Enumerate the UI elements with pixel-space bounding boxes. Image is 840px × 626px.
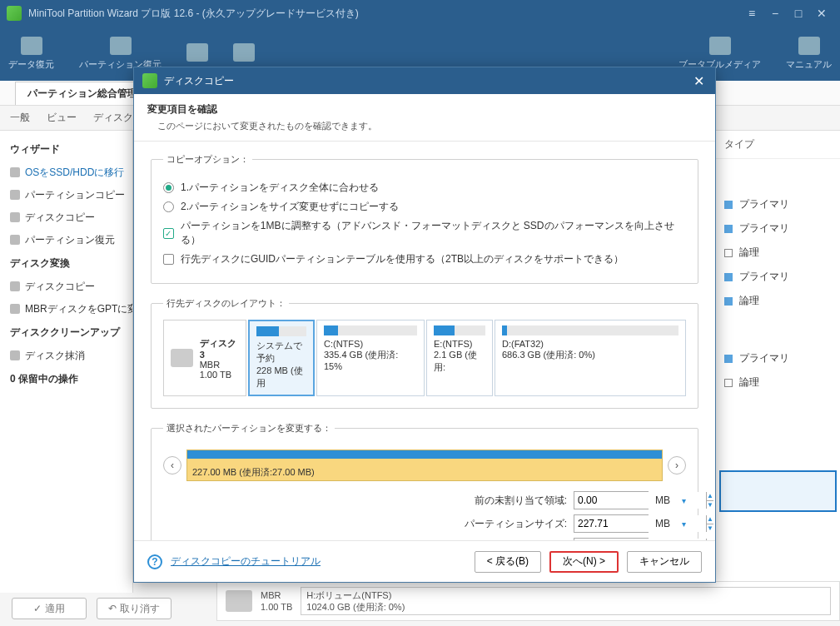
partition-size-bar[interactable]: 227.00 MB (使用済:27.00 MB) [186,450,663,481]
square-icon [724,379,733,387]
partition-recovery-icon [110,37,132,55]
undo-button[interactable]: ↶ 取り消す [97,598,171,619]
maximize-button[interactable]: □ [787,7,810,20]
option-align-1mb[interactable]: パーティションを1MBに調整する（アドバンスド・フォーマットディスクと SSDの… [163,219,686,247]
type-item: プライマリ [716,346,840,370]
used-space-bar [187,450,662,459]
spin-up-icon[interactable]: ▲ [707,539,713,540]
edit-partition-group: 選択されたパーティションを変更する： ‹ 227.00 MB (使用済:27.0… [151,422,698,540]
dialog-footer: ? ディスクコピーのチュートリアル < 戻る(B) 次へ(N) > キャンセル [134,540,715,582]
minimize-button[interactable]: − [763,7,787,20]
partition-summary[interactable]: H:ボリューム(NTFS) 1024.0 GB (使用済: 0%) [301,587,831,615]
input-unallocated-after[interactable]: ▲▼ [574,538,649,540]
dialog-heading: 変更項目を確認 [147,102,702,117]
radio-icon[interactable] [163,182,174,193]
shrink-left-button[interactable]: ‹ [163,456,181,474]
tool-bootable-media[interactable]: ブータブルメディア [678,37,761,71]
layout-partition-card[interactable]: C:(NTFS) 335.4 GB (使用済: 15% [316,320,425,396]
tool-data-recovery[interactable]: データ復元 [8,37,54,71]
disk-copy-dialog: ディスクコピー ✕ 変更項目を確認 このページにおいて変更されたものを確認できま… [133,67,716,583]
destination-layout-legend: 行先ディスクのレイアウト： [163,297,289,310]
option-copy-without-resize[interactable]: 2.パーティションをサイズ変更せずにコピーする [163,200,686,214]
next-button[interactable]: 次へ(N) > [549,551,619,573]
unit-dropdown[interactable]: ▾ [682,519,686,529]
layout-disk-card: ディスク 3 MBR 1.00 TB [163,320,246,396]
spin-up-icon[interactable]: ▲ [707,492,713,501]
dialog-titlebar: ディスクコピー ✕ [134,67,715,94]
disk-icon [171,349,193,367]
type-column: タイプ プライマリ プライマリ 論理 プライマリ 論理 プライマリ 論理 [715,131,840,593]
option-fit-whole-disk[interactable]: 1.パーティションをディスク全体に合わせる [163,181,686,195]
window-title: MiniTool Partition Wizard プロ版 12.6 - (永久… [28,7,740,21]
sidebar-head-pending: 0 保留中の操作 [0,367,132,391]
bootable-media-icon [709,37,731,55]
sidebar-head-convert: ディスク変換 [0,251,132,276]
bottom-buttons: ✓ 適用 ↶ 取り消す [12,598,171,619]
unit-dropdown[interactable]: ▾ [682,496,686,505]
sidebar-item-partition-copy[interactable]: パーティションコピー [0,184,132,206]
apply-button[interactable]: ✓ 適用 [12,598,87,619]
app-icon [7,6,22,21]
sidebar-item-wipe-disk[interactable]: ディスク抹消 [0,345,132,367]
edit-partition-legend: 選択されたパーティションを変更する： [163,422,335,435]
square-icon [724,355,733,363]
dialog-close-button[interactable]: ✕ [690,73,707,89]
square-icon [724,273,733,281]
dialog-title: ディスクコピー [164,74,690,88]
disk-summary-bar: MBR 1.00 TB H:ボリューム(NTFS) 1024.0 GB (使用済… [216,581,840,621]
subtab-general[interactable]: 一般 [10,111,30,125]
sidebar: ウィザード OSをSSD/HDDに移行 パーティションコピー ディスクコピー パ… [0,131,133,593]
square-icon [724,201,733,209]
sidebar-item-disk-copy[interactable]: ディスクコピー [0,206,132,229]
disk-icon [186,43,208,62]
option-use-guid[interactable]: 行先ディスクにGUIDパーティションテーブルを使用する（2TB以上のディスクをサ… [163,252,686,266]
checkbox-icon[interactable] [163,254,174,265]
subtab-disk[interactable]: ディスク [93,111,133,125]
checkbox-icon[interactable] [163,228,174,239]
subtab-view[interactable]: ビュー [47,111,77,125]
spin-down-icon[interactable]: ▼ [707,524,713,533]
input-partition-size[interactable]: ▲▼ [574,514,649,533]
grow-right-button[interactable]: › [668,456,686,474]
destination-layout-group: 行先ディスクのレイアウト： ディスク 3 MBR 1.00 TB システムで予約… [151,297,698,409]
tutorial-link[interactable]: ディスクコピーのチュートリアル [171,554,321,569]
sidebar-head-wizard: ウィザード [0,137,132,161]
type-item: 論理 [716,370,840,395]
tool-disk[interactable] [186,43,208,65]
copy-options-group: コピーオプション： 1.パーティションをディスク全体に合わせる 2.パーティショ… [151,153,698,284]
tool-partition-recovery[interactable]: パーティション復元 [79,37,162,71]
back-button[interactable]: < 戻る(B) [475,551,541,573]
square-icon [724,297,733,306]
type-item: 論理 [716,241,840,265]
type-item: 論理 [716,289,840,313]
layout-partition-card[interactable]: D:(FAT32) 686.3 GB (使用済: 0%) [495,320,686,396]
dialog-body: コピーオプション： 1.パーティションをディスク全体に合わせる 2.パーティショ… [134,142,715,540]
sidebar-item-mbr-to-gpt[interactable]: MBRディスクをGPTに変換 [0,298,132,320]
field-partition-size: パーティションサイズ: ▲▼ MB ▾ [163,514,686,533]
sidebar-item-partition-recovery[interactable]: パーティション復元 [0,229,132,251]
tool-manual[interactable]: マニュアル [786,37,832,71]
tool-image[interactable] [233,43,255,65]
type-item: プライマリ [716,216,840,241]
copy-options-legend: コピーオプション： [163,153,252,166]
manual-icon [798,37,820,55]
spin-up-icon[interactable]: ▲ [707,515,713,524]
layout-row: ディスク 3 MBR 1.00 TB システムで予約 228 MB (使用 C:… [163,320,686,396]
radio-icon[interactable] [163,201,174,212]
spin-down-icon[interactable]: ▼ [707,501,713,509]
sidebar-item-disk-copy2[interactable]: ディスクコピー [0,276,132,298]
layout-partition-card[interactable]: E:(NTFS) 2.1 GB (使用: [426,320,493,396]
disk-icon [226,590,252,612]
layout-partition-card[interactable]: システムで予約 228 MB (使用 [248,320,315,396]
window-titlebar: MiniTool Partition Wizard プロ版 12.6 - (永久… [0,0,840,27]
sidebar-item-migrate-os[interactable]: OSをSSD/HDDに移行 [0,161,132,184]
tab-partition-management[interactable]: パーティション総合管理 [15,82,150,105]
disk-info: MBR 1.00 TB [261,589,292,613]
sidebar-head-cleanup: ディスククリーンアップ [0,320,132,345]
input-unallocated-before[interactable]: ▲▼ [574,491,649,509]
help-icon[interactable]: ? [147,554,162,569]
close-button[interactable]: ✕ [810,7,833,20]
cancel-button[interactable]: キャンセル [627,551,702,573]
field-unallocated-before: 前の未割り当て領域: ▲▼ MB ▾ [163,491,686,509]
hamburger-icon[interactable]: ≡ [740,7,763,20]
